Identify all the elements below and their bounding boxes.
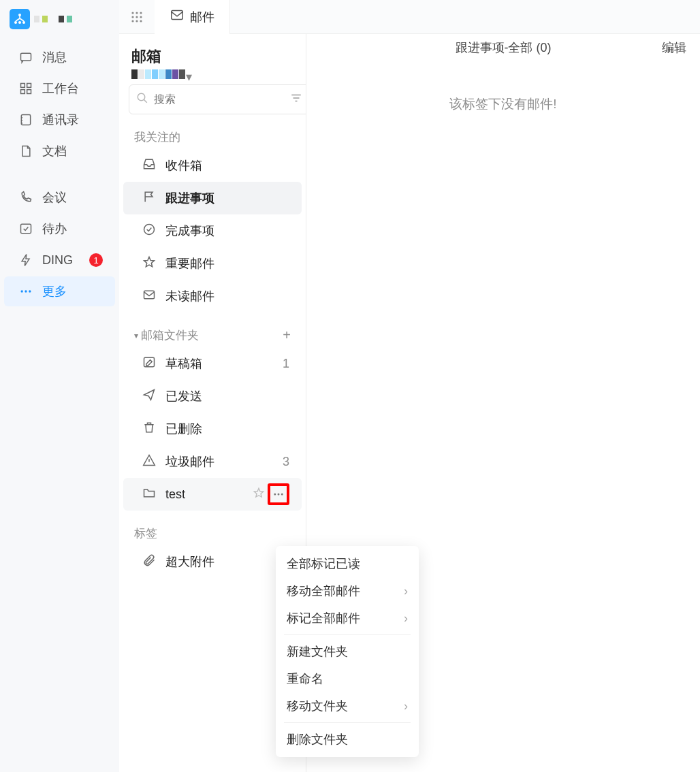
filter-icon[interactable] bbox=[290, 92, 302, 108]
svg-point-31 bbox=[281, 494, 283, 496]
nav-label: 文档 bbox=[42, 143, 67, 159]
send-icon bbox=[142, 388, 157, 405]
chevron-right-icon: › bbox=[404, 584, 408, 598]
svg-rect-28 bbox=[144, 357, 155, 366]
folder-followup[interactable]: 跟进事项 bbox=[123, 182, 302, 214]
svg-rect-7 bbox=[27, 84, 31, 88]
svg-point-3 bbox=[18, 21, 21, 24]
search-icon bbox=[136, 92, 148, 108]
svg-rect-10 bbox=[21, 115, 30, 125]
brand-row bbox=[0, 5, 119, 33]
nav-more[interactable]: 更多 bbox=[4, 276, 115, 306]
star-icon bbox=[142, 255, 157, 272]
inbox-icon bbox=[142, 157, 157, 174]
folder-trash[interactable]: 已删除 bbox=[123, 413, 302, 445]
nav-label: 消息 bbox=[42, 49, 67, 65]
nav-label: 通讯录 bbox=[42, 112, 79, 128]
flag-icon bbox=[142, 190, 157, 207]
nav-docs[interactable]: 文档 bbox=[4, 136, 115, 166]
nav-label: 工作台 bbox=[42, 80, 79, 97]
account-indicator[interactable]: ▾ bbox=[119, 69, 306, 84]
folder-unread[interactable]: 未读邮件 bbox=[123, 280, 302, 312]
envelope-icon bbox=[170, 7, 185, 26]
brand-accent bbox=[34, 16, 72, 22]
svg-point-25 bbox=[138, 93, 145, 101]
section-focus-header: 我关注的 bbox=[119, 114, 306, 149]
warning-icon bbox=[142, 453, 157, 470]
svg-rect-6 bbox=[21, 84, 25, 88]
svg-point-23 bbox=[140, 20, 142, 22]
svg-point-16 bbox=[136, 12, 138, 14]
nav-todo[interactable]: 待办 bbox=[4, 214, 115, 244]
folder-large-attachments[interactable]: 超大附件 bbox=[123, 545, 302, 578]
ctx-mark-all-read[interactable]: 全部标记已读 bbox=[276, 550, 419, 577]
folder-label: 收件箱 bbox=[165, 157, 202, 174]
chevron-right-icon: › bbox=[404, 611, 408, 626]
svg-point-22 bbox=[136, 20, 138, 22]
folder-spam[interactable]: 垃圾邮件3 bbox=[123, 445, 302, 478]
svg-rect-8 bbox=[21, 90, 25, 94]
left-nav-list: 消息 工作台 通讯录 文档 会议 待办 DING1 更多 bbox=[0, 41, 119, 308]
chevron-right-icon: › bbox=[404, 699, 408, 713]
org-logo[interactable] bbox=[10, 9, 30, 29]
menu-separator bbox=[284, 634, 411, 635]
edit-button[interactable]: 编辑 bbox=[662, 39, 686, 56]
svg-point-20 bbox=[140, 16, 142, 18]
add-folder-button[interactable]: + bbox=[283, 327, 291, 343]
nav-messages[interactable]: 消息 bbox=[4, 42, 115, 72]
folder-drafts[interactable]: 草稿箱1 bbox=[123, 347, 302, 380]
check-circle-icon bbox=[142, 223, 157, 240]
nav-label: 会议 bbox=[42, 189, 67, 206]
ctx-delete-folder[interactable]: 删除文件夹 bbox=[276, 726, 419, 753]
caret-down-icon: ▾ bbox=[134, 331, 138, 340]
svg-point-26 bbox=[144, 224, 155, 234]
svg-point-15 bbox=[131, 12, 133, 14]
check-icon bbox=[19, 222, 33, 236]
folder-inbox[interactable]: 收件箱 bbox=[123, 149, 302, 182]
ctx-move-folder[interactable]: 移动文件夹› bbox=[276, 692, 419, 720]
tab-label: 邮件 bbox=[190, 9, 214, 25]
star-outline-icon[interactable] bbox=[253, 487, 265, 502]
svg-point-17 bbox=[140, 12, 142, 14]
svg-rect-9 bbox=[27, 90, 31, 94]
dots-icon bbox=[19, 285, 33, 298]
svg-point-19 bbox=[136, 16, 138, 18]
ctx-tag-all-mail[interactable]: 标记全部邮件› bbox=[276, 605, 419, 632]
folder-important[interactable]: 重要邮件 bbox=[123, 247, 302, 280]
folder-label: 垃圾邮件 bbox=[165, 453, 214, 470]
svg-point-12 bbox=[21, 290, 23, 292]
nav-contacts[interactable]: 通讯录 bbox=[4, 105, 115, 135]
folder-label: 跟进事项 bbox=[165, 190, 214, 206]
folder-sent[interactable]: 已发送 bbox=[123, 380, 302, 413]
folder-count: 3 bbox=[283, 455, 289, 469]
nav-meeting[interactable]: 会议 bbox=[4, 182, 115, 212]
svg-rect-11 bbox=[21, 224, 31, 233]
section-tags-header: 标签 bbox=[119, 511, 306, 545]
app-launcher-button[interactable] bbox=[119, 0, 155, 34]
menu-separator bbox=[284, 722, 411, 723]
folder-test[interactable]: test bbox=[123, 478, 302, 511]
phone-icon bbox=[19, 191, 33, 204]
nav-ding[interactable]: DING1 bbox=[4, 245, 115, 275]
folder-more-button[interactable] bbox=[268, 483, 289, 505]
folder-label: 草稿箱 bbox=[165, 355, 202, 372]
svg-point-30 bbox=[278, 494, 280, 496]
folder-done[interactable]: 完成事项 bbox=[123, 214, 302, 247]
ctx-new-folder[interactable]: 新建文件夹 bbox=[276, 638, 419, 665]
nav-label: 更多 bbox=[42, 283, 67, 300]
section-folders-header[interactable]: ▾ 邮箱文件夹 + bbox=[119, 312, 306, 347]
folder-count: 1 bbox=[283, 357, 289, 371]
search-input[interactable] bbox=[154, 93, 290, 106]
ctx-move-all-mail[interactable]: 移动全部邮件› bbox=[276, 577, 419, 605]
svg-point-4 bbox=[22, 21, 25, 24]
ctx-rename[interactable]: 重命名 bbox=[276, 665, 419, 692]
envelope-icon bbox=[142, 288, 157, 305]
trash-icon bbox=[142, 421, 157, 438]
search-input-wrapper[interactable] bbox=[129, 84, 306, 114]
left-nav-rail: 消息 工作台 通讯录 文档 会议 待办 DING1 更多 bbox=[0, 0, 119, 772]
nav-workbench[interactable]: 工作台 bbox=[4, 74, 115, 103]
content-header: 跟进事项-全部 (0) 编辑 bbox=[306, 34, 700, 61]
bolt-icon bbox=[19, 253, 33, 267]
tab-mail[interactable]: 邮件 bbox=[155, 0, 230, 34]
content-title: 跟进事项-全部 (0) bbox=[456, 39, 552, 56]
